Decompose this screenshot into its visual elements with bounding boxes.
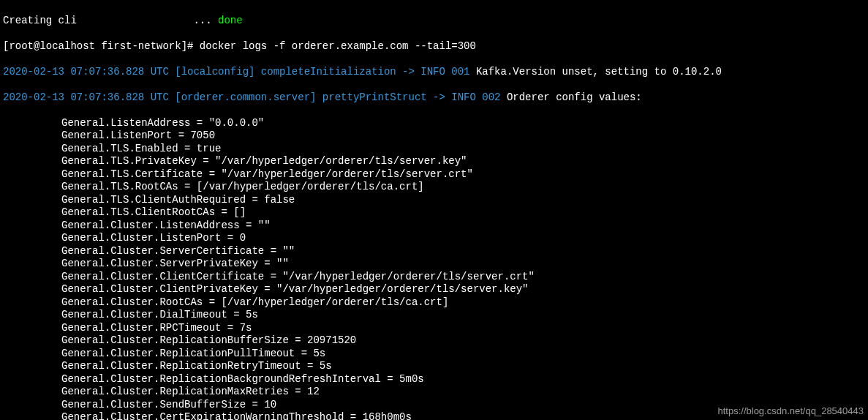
config-line: General.Cluster.ListenPort = 0 — [61, 232, 865, 245]
config-line: General.TLS.ClientAuthRequired = false — [61, 194, 865, 207]
config-line: General.Cluster.ListenAddress = "" — [61, 220, 865, 233]
config-line: General.Cluster.RPCTimeout = 7s — [61, 322, 865, 335]
log-line-1: 2020-02-13 07:07:36.828 UTC [localconfig… — [3, 66, 865, 79]
config-line: General.TLS.Certificate = "/var/hyperled… — [61, 168, 865, 181]
log2-message: Orderer config values: — [501, 91, 642, 103]
config-line: General.Cluster.ServerPrivateKey = "" — [61, 258, 865, 271]
config-line: General.Cluster.ReplicationBackgroundRef… — [61, 373, 865, 386]
terminal-output[interactable]: Creating cli ... done [root@localhost fi… — [0, 0, 868, 420]
creating-text: Creating cli ... — [3, 15, 218, 26]
creating-cli-line: Creating cli ... done — [3, 15, 865, 28]
config-line: General.Cluster.ServerCertificate = "" — [61, 245, 865, 258]
watermark-text: https://blog.csdn.net/qq_28540443 — [718, 405, 864, 417]
config-line: General.Cluster.ClientCertificate = "/va… — [61, 271, 865, 284]
config-line: General.Cluster.ReplicationMaxRetries = … — [61, 386, 865, 399]
config-line: General.Cluster.DialTimeout = 5s — [61, 309, 865, 322]
log-line-2: 2020-02-13 07:07:36.828 UTC [orderer.com… — [3, 91, 865, 105]
config-values-block: General.ListenAddress = "0.0.0.0"General… — [3, 117, 865, 421]
config-line: General.ListenPort = 7050 — [61, 130, 865, 143]
shell-prompt: [root@localhost first-network]# — [3, 40, 200, 52]
config-line: General.Cluster.ReplicationRetryTimeout … — [61, 360, 865, 373]
config-line: General.TLS.Enabled = true — [61, 143, 865, 156]
prompt-line: [root@localhost first-network]# docker l… — [3, 40, 865, 53]
config-line: General.TLS.ClientRootCAs = [] — [61, 206, 865, 220]
config-line: General.Cluster.RootCAs = [/var/hyperled… — [61, 296, 865, 310]
config-line: General.Cluster.ClientPrivateKey = "/var… — [61, 283, 865, 296]
config-line: General.TLS.RootCAs = [/var/hyperledger/… — [61, 181, 865, 194]
log1-message: Kafka.Version unset, setting to 0.10.2.0 — [470, 66, 722, 78]
config-line: General.ListenAddress = "0.0.0.0" — [61, 117, 865, 130]
log2-prefix: 2020-02-13 07:07:36.828 UTC [orderer.com… — [3, 91, 501, 103]
command-text: docker logs -f orderer.example.com --tai… — [200, 40, 476, 52]
config-line: General.Cluster.ReplicationPullTimeout =… — [61, 348, 865, 361]
config-line: General.Cluster.ReplicationBufferSize = … — [61, 334, 865, 348]
done-text: done — [218, 15, 243, 26]
config-line: General.TLS.PrivateKey = "/var/hyperledg… — [61, 155, 865, 168]
log1-prefix: 2020-02-13 07:07:36.828 UTC [localconfig… — [3, 66, 470, 78]
